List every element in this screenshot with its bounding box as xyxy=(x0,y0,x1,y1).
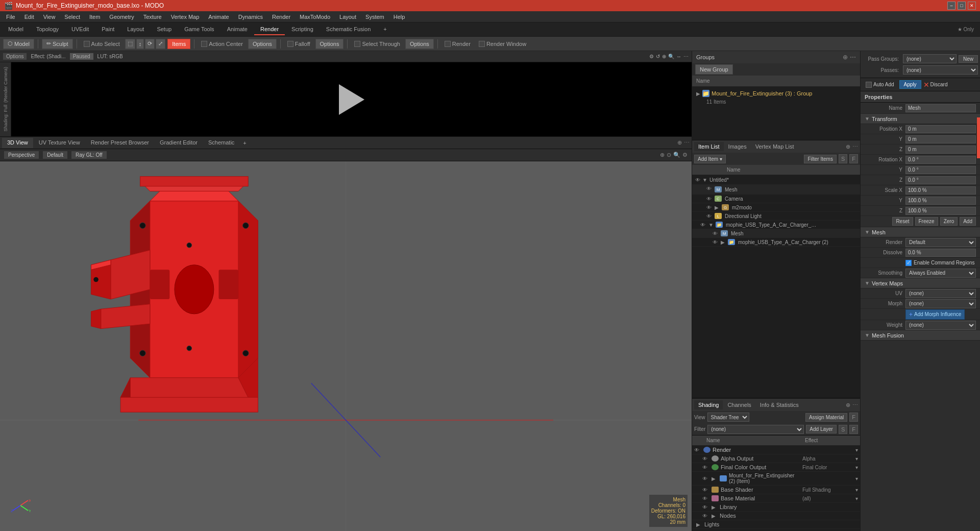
render-icon-3[interactable]: ⊕ xyxy=(662,54,666,59)
tab-channels[interactable]: Channels xyxy=(723,400,755,409)
tree-item-mophie[interactable]: 👁 ▼ 📁 mophie_USB_Type_A_Car_Charger_modo… xyxy=(692,221,860,229)
vtab-uv[interactable]: UV Texture View xyxy=(34,138,85,148)
render-icon-4[interactable]: 🔍 xyxy=(668,54,674,59)
transform-btn-3[interactable]: ⟳ xyxy=(145,39,155,49)
tree-item-mesh[interactable]: 👁 M Mesh xyxy=(692,185,860,195)
groups-root-item[interactable]: ▶ 📁 Mount_for_Fire_Extinguisher (3) : Gr… xyxy=(694,89,858,98)
menu-select[interactable]: Select xyxy=(60,13,84,21)
tree-item-light[interactable]: 👁 L Directional Light xyxy=(692,212,860,221)
auto-select-toggle[interactable]: Auto Select xyxy=(81,40,123,48)
menu-dynamics[interactable]: Dynamics xyxy=(234,13,267,21)
shade-row-base-shader[interactable]: 👁 Base Shader Full Shading ▾ xyxy=(692,486,860,494)
morph-select[interactable]: (none) xyxy=(905,299,976,308)
menu-file[interactable]: File xyxy=(2,13,19,21)
ray-gl-toggle[interactable]: Ray GL: Off xyxy=(71,151,107,159)
uv-select[interactable]: (none) xyxy=(905,289,976,298)
menu-layout[interactable]: Layout xyxy=(335,13,360,21)
vtab-gradient[interactable]: Gradient Editor xyxy=(155,138,203,148)
minimize-button[interactable]: – xyxy=(947,2,955,10)
menu-item[interactable]: Item xyxy=(85,13,104,21)
menu-texture[interactable]: Texture xyxy=(139,13,166,21)
vertex-maps-section[interactable]: ▼ Vertex Maps xyxy=(861,278,980,288)
add-item-button[interactable]: Add Item ▾ xyxy=(694,155,726,163)
tab-item-list[interactable]: Item List xyxy=(694,142,724,151)
tab-info-stats[interactable]: Info & Statistics xyxy=(756,400,803,409)
shader-tree-select[interactable]: Shader Tree xyxy=(707,413,749,422)
assign-material-button[interactable]: Assign Material xyxy=(805,413,847,422)
tab-add[interactable]: + xyxy=(377,24,393,35)
sh-s-icon[interactable]: S xyxy=(839,425,847,434)
scale-z-value[interactable]: 100.0 % xyxy=(905,207,976,215)
mesh-section-header[interactable]: ▼ Mesh xyxy=(861,227,980,237)
items-button[interactable]: Items xyxy=(167,39,190,49)
tab-model[interactable]: Model xyxy=(2,24,30,35)
tab-topology[interactable]: Topology xyxy=(30,24,65,35)
action-center-toggle[interactable]: Action Center xyxy=(198,40,246,48)
pos-y-value[interactable]: 0 m xyxy=(905,135,976,143)
shade-row-lights[interactable]: ▶ Lights xyxy=(692,520,860,529)
render-icon-1[interactable]: ⚙ xyxy=(649,54,654,59)
model-button[interactable]: ⬡ Model xyxy=(3,39,34,49)
perspective-selector[interactable]: Perspective xyxy=(4,151,39,159)
vp-ctrl-4[interactable]: ⚙ xyxy=(682,152,688,158)
pos-z-value[interactable]: 0 m xyxy=(905,146,976,154)
scale-x-value[interactable]: 100.0 % xyxy=(905,186,976,195)
passes-select[interactable]: (none) xyxy=(903,65,978,75)
tab-scripting[interactable]: Scripting xyxy=(285,24,320,35)
tab-layout[interactable]: Layout xyxy=(121,24,150,35)
tree-item-mesh2[interactable]: 👁 M Mesh xyxy=(692,229,860,238)
vp-ctrl-2[interactable]: ⊙ xyxy=(667,152,671,158)
rot-z-value[interactable]: 0.0 ° xyxy=(905,176,976,184)
render-select[interactable]: Default xyxy=(905,238,976,247)
tab-images[interactable]: Images xyxy=(724,142,751,151)
shade-row-alpha[interactable]: 👁 Alpha Output Alpha ▾ xyxy=(692,454,860,463)
apply-button[interactable]: Apply xyxy=(899,80,921,89)
render-icon-6[interactable]: ⋯ xyxy=(683,54,689,59)
tab-render[interactable]: Render xyxy=(254,24,285,35)
menu-render[interactable]: Render xyxy=(268,13,295,21)
add-item-dropdown-icon[interactable]: ▾ xyxy=(720,156,722,162)
weight-select[interactable]: (none) xyxy=(905,321,976,330)
groups-more-icon[interactable]: ⋯ xyxy=(850,54,856,61)
falloff-toggle[interactable]: Falloff xyxy=(284,40,313,48)
pos-x-value[interactable]: 0 m xyxy=(905,125,976,133)
vtab-add[interactable]: + xyxy=(240,140,249,146)
discard-label[interactable]: Discard xyxy=(930,82,948,87)
il-search-icon[interactable]: F xyxy=(849,154,858,163)
add-morph-button[interactable]: + Add Morph Influence xyxy=(905,309,965,320)
sculpt-button[interactable]: ✏ Sculpt xyxy=(42,39,73,49)
shade-row-base-material[interactable]: 👁 Base Material (all) ▾ xyxy=(692,494,860,503)
add-layer-button[interactable]: Add Layer xyxy=(806,425,837,433)
auto-add-toggle[interactable]: Auto Add xyxy=(863,81,897,89)
il-expand-icon[interactable]: ⊕ xyxy=(846,143,850,150)
smoothing-select[interactable]: Always Enabled xyxy=(905,269,976,278)
reset-button[interactable]: Reset xyxy=(892,217,913,226)
menu-help[interactable]: Help xyxy=(389,13,409,21)
add-transform-button[interactable]: Add xyxy=(960,217,976,226)
maximize-button[interactable]: □ xyxy=(958,2,966,10)
tab-uvedit[interactable]: UVEdit xyxy=(65,24,95,35)
shade-row-nodes[interactable]: 👁 ▶ Nodes xyxy=(692,512,860,520)
menu-geometry[interactable]: Geometry xyxy=(105,13,138,21)
dissolve-value[interactable]: 0.0 % xyxy=(905,249,976,257)
il-col-icon[interactable]: S xyxy=(839,154,847,163)
freeze-button[interactable]: Freeze xyxy=(915,217,938,226)
discard-x-icon[interactable]: ✕ xyxy=(923,81,929,89)
new-group-button[interactable]: New Group xyxy=(695,64,733,75)
scale-y-value[interactable]: 100.0 % xyxy=(905,197,976,205)
name-input[interactable] xyxy=(905,104,976,112)
options-btn-1[interactable]: Options xyxy=(248,39,277,49)
rot-y-value[interactable]: 0.0 ° xyxy=(905,166,976,174)
tab-setup[interactable]: Setup xyxy=(151,24,178,35)
options-btn-2[interactable]: Options xyxy=(315,39,344,49)
vp-ctrl-1[interactable]: ⊕ xyxy=(660,152,665,158)
render-icon-2[interactable]: ↺ xyxy=(656,54,660,59)
tree-item-camera[interactable]: 👁 C Camera xyxy=(692,195,860,203)
pass-groups-select[interactable]: (none) xyxy=(903,54,957,63)
play-button[interactable] xyxy=(339,84,364,115)
tab-schematic[interactable]: Schematic Fusion xyxy=(320,24,377,35)
menu-animate[interactable]: Animate xyxy=(204,13,233,21)
sh-expand-icon[interactable]: ⊕ xyxy=(846,402,850,408)
menu-system[interactable]: System xyxy=(361,13,388,21)
filter-items-button[interactable]: Filter Items xyxy=(804,155,836,163)
